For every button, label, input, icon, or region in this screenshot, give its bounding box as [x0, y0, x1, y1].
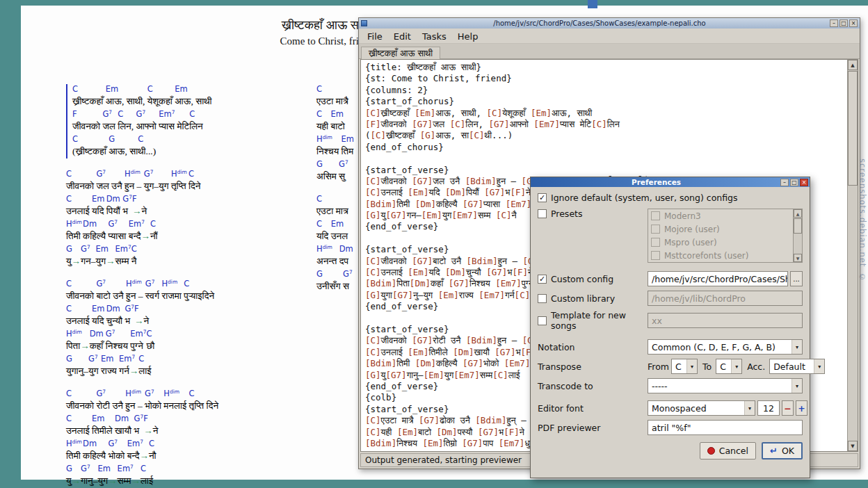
font-size-decrease-button[interactable]: − [782, 400, 794, 416]
song-segment: Cएउटा मात्रै [316, 84, 348, 108]
editor-titlebar[interactable]: /home/jv/src/ChordPro/Cases/ShowCases/ex… [359, 18, 860, 29]
scrollbar-thumb[interactable] [848, 71, 858, 186]
transpose-to-select[interactable]: C ▾ [716, 359, 742, 374]
lyric-text: प्यासा [108, 229, 128, 243]
menu-file[interactable]: File [362, 31, 388, 41]
scroll-up-icon[interactable]: ▲ [848, 60, 858, 70]
chord-label: G7 [339, 159, 348, 170]
chord-token: [G7] [463, 358, 483, 368]
template-checkbox[interactable]: Template for new songs [538, 310, 648, 331]
dialog-minimize-button[interactable]: – [780, 179, 789, 186]
custom-library-checkbox[interactable]: Custom library [538, 293, 615, 304]
song-segment: G7भ [124, 304, 134, 328]
chord-label: G [66, 354, 88, 364]
chord-label: Dm [90, 329, 106, 339]
presets-scrollbar[interactable]: ▲ ▼ [793, 209, 802, 262]
lyric-text: खायौ [115, 424, 134, 438]
chord-token: [G7] [392, 290, 413, 300]
editor-scrollbar[interactable]: ▲ ▼ [847, 60, 858, 451]
chord-label: C [184, 279, 214, 289]
editor-line [365, 153, 844, 164]
song-segment: G7स [343, 269, 353, 293]
chord-label: G7 [96, 169, 124, 179]
song-segment: Gअसिम [316, 159, 339, 184]
chord-label: C [72, 134, 108, 145]
song-segment: Cयदि [316, 219, 331, 243]
close-button[interactable]: × [849, 19, 858, 27]
scroll-down-icon[interactable]: ▼ [794, 254, 802, 262]
song-segment: Dmकहिल्यै [83, 219, 108, 243]
lyric-text: लाई [138, 364, 151, 378]
custom-config-field[interactable]: /home/jv/src/ChordPro/Cases/ShowCas [648, 271, 788, 286]
custom-config-checkbox[interactable]: Custom config [538, 274, 613, 284]
chord-token: [G7] [449, 278, 469, 288]
song-segment: Emयुग→ [95, 244, 115, 268]
song-segment: Cलिन [189, 109, 203, 133]
scrollbar-thumb[interactable] [794, 218, 802, 234]
melisma-arrow-icon: → [108, 475, 118, 486]
dialog-close-button[interactable]: × [800, 179, 808, 186]
chord-token: [Em7] [533, 119, 560, 129]
ignore-default-checkbox[interactable]: Ignore default (system, user, song) conf… [538, 193, 738, 203]
font-size-increase-button[interactable]: + [796, 400, 807, 416]
lyric-text: कहाँ [90, 339, 106, 353]
cancel-button[interactable]: Cancel [700, 442, 756, 459]
chord-label: Dm [339, 244, 353, 254]
menu-help[interactable]: Help [452, 31, 484, 41]
ok-button[interactable]: ↵ OK [762, 442, 803, 459]
checkbox-icon [538, 193, 547, 202]
chord-label: G7 [122, 194, 132, 204]
minimize-button[interactable]: – [830, 19, 838, 27]
preset-item: Mspro (user) [648, 236, 793, 249]
editor-line: [F]जीवनको [G7]जल [C]लिन, [G7]आफ्नो [Em7]… [365, 119, 844, 130]
song-segment: Fजीवनको [72, 109, 102, 133]
preset-item: Modern3 [648, 209, 793, 222]
presets-checkbox[interactable]: Presets [538, 209, 583, 219]
song-segment: Cउनलाई [66, 304, 92, 328]
chord-token: [C] [496, 210, 512, 220]
chord-token: [G7] [412, 119, 433, 129]
custom-config-browse-button[interactable]: ... [790, 271, 803, 286]
menu-tasks[interactable]: Tasks [417, 31, 452, 41]
editor-font-select[interactable]: Monospaced ▾ [648, 400, 755, 416]
chord-label: C [118, 109, 136, 120]
maximize-button[interactable]: □ [839, 19, 848, 27]
transpose-from-select[interactable]: C ▾ [671, 359, 698, 374]
dialog-maximize-button[interactable]: □ [790, 179, 798, 186]
lyric-text: येशूकहाँ [147, 95, 175, 108]
scroll-down-icon[interactable]: ▼ [848, 441, 858, 451]
song-segment: Cयही [316, 109, 331, 133]
song-segment: Emतिमीले [92, 414, 115, 438]
chord-label: G [66, 464, 81, 474]
scroll-up-icon[interactable]: ▲ [794, 209, 802, 218]
lyric-text: उनलाई [66, 314, 92, 328]
window-controls: – □ × [830, 19, 858, 27]
song-segment: Hdimहुन – [126, 279, 145, 303]
song-segment: Em7गर्न→ [119, 354, 138, 378]
chord-token: [F] [365, 119, 381, 129]
chord-token: [G] [420, 130, 436, 140]
preset-item: Mojore (user) [648, 222, 793, 236]
chord-token: [Em] [408, 347, 428, 357]
chord-label: Em7 [118, 464, 140, 474]
transcode-select[interactable]: ----- ▾ [648, 378, 803, 393]
lyric-text: निश्चय [316, 145, 341, 158]
song-segment: Hdimहुन – [124, 169, 144, 193]
transpose-from-label: From [648, 361, 669, 372]
font-size-field[interactable]: 12 [757, 400, 780, 416]
pdf-previewer-field[interactable]: atril "%f" [648, 420, 803, 435]
song-tab[interactable]: ख्रीष्टकहाँ आऊ साथी [361, 47, 440, 60]
chord-label: C [149, 439, 156, 449]
transpose-acc-label: Acc. [747, 361, 765, 372]
song-segment: Cयेशूकहाँ [147, 84, 175, 108]
lyric-text: हुन – [124, 179, 144, 193]
lyric-text: पियौं [106, 204, 122, 218]
transpose-acc-select[interactable]: Default ▾ [769, 359, 825, 374]
chord-label: Dm [106, 194, 122, 204]
chord-label: F [72, 109, 102, 120]
lyric-text: एउटा मात्रै [316, 95, 348, 108]
preferences-titlebar[interactable]: Preferences – □ × [531, 177, 810, 187]
checkbox-icon [538, 316, 547, 325]
menu-edit[interactable]: Edit [388, 31, 417, 41]
notation-select[interactable]: Common (C, D, E, F, G, A, B) ▾ [648, 339, 803, 355]
